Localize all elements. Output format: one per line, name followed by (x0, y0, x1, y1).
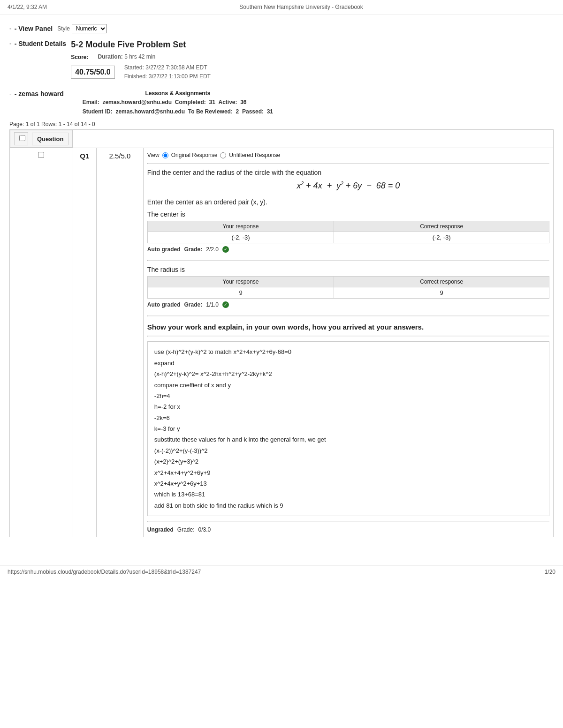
completed-value: 31 (209, 99, 215, 105)
student-id-value: zemas.howard@snhu.edu (115, 108, 185, 115)
enter-center-text: Enter the center as an ordered pair (x, … (147, 198, 549, 206)
student-details-section: - - Student Details 5-2 Module Five Prob… (9, 40, 554, 83)
original-response-label: Original Response (171, 152, 218, 158)
header-checkbox-col (14, 132, 28, 145)
center-grade-value: 2/2.0 (206, 246, 219, 253)
passed-value: 31 (267, 108, 273, 115)
to-be-reviewed-value: 2 (236, 108, 239, 115)
math-equation: x2 + 4x + y2 + 6y − 68 = 0 (147, 181, 549, 191)
finished-row: Finished: 3/27/22 1:13:00 PM EDT (124, 72, 211, 81)
finished-value: 3/27/22 1:13:00 PM EDT (149, 73, 211, 80)
zemas-toggle[interactable]: - (9, 90, 12, 98)
question-header: Question (32, 133, 68, 145)
question-table: Question Q1 2.5/5.0 (9, 129, 554, 537)
radius-grade-label: Grade: (184, 301, 203, 308)
divider-4 (147, 336, 549, 337)
zemas-section: - - zemas howard Lessons & Assignments E… (9, 90, 554, 117)
student-id-label: Student ID: (83, 108, 113, 115)
row-checkbox[interactable] (38, 152, 44, 158)
show-work-label: Show your work and explain, in your own … (147, 323, 549, 331)
score-box: 40.75/50.0 (71, 66, 115, 79)
view-label: View (147, 152, 160, 158)
style-select[interactable]: Numeric (72, 24, 107, 33)
student-details-label: - Student Details (15, 40, 66, 47)
started-value: 3/27/22 7:30:58 AM EDT (145, 64, 207, 71)
top-bar: 4/1/22, 9:32 AM Southern New Hampshire U… (0, 0, 563, 15)
time-info-block: Started: 3/27/22 7:30:58 AM EDT Finished… (124, 63, 211, 81)
table-header-row: Question (10, 130, 73, 148)
lessons-block: Lessons & Assignments Email: zemas.howar… (83, 90, 273, 117)
view-panel-header: - - View Panel Style Numeric (9, 24, 554, 33)
center-your-response-header: Your response (147, 221, 334, 232)
divider-1 (147, 163, 549, 164)
radius-grade-row: Auto graded Grade: 1/1.0 ✓ (147, 301, 549, 308)
center-response-table: Your response Correct response (-2, -3) … (147, 221, 549, 243)
divider-2 (147, 260, 549, 261)
ungraded-label: Ungraded (147, 526, 174, 533)
to-be-reviewed-label: To Be Reviewed: (188, 108, 233, 115)
radius-auto-graded: Auto graded (147, 301, 181, 308)
view-panel-toggle[interactable]: - (9, 25, 12, 32)
center-check-icon: ✓ (222, 246, 229, 253)
view-panel-label: - View Panel (15, 25, 53, 32)
email-label: Email: (83, 99, 99, 105)
module-title: 5-2 Module Five Problem Set (71, 40, 211, 50)
ungraded-row: Ungraded Grade: 0/3.0 (147, 526, 549, 533)
zemas-label: - zemas howard (15, 90, 64, 98)
question-text: Find the center and the radius of the ci… (147, 169, 549, 176)
duration-label: Duration: (98, 53, 123, 60)
question-number-col: Q1 (73, 148, 96, 537)
question-number: Q1 (80, 152, 89, 160)
started-row: Started: 3/27/22 7:30:58 AM EDT (124, 63, 211, 72)
radius-your-response-header: Your response (147, 277, 334, 287)
active-value: 36 (240, 99, 246, 105)
center-grade-row: Auto graded Grade: 2/2.0 ✓ (147, 246, 549, 253)
zemas-header: - - zemas howard Lessons & Assignments E… (9, 90, 554, 117)
radius-check-icon: ✓ (222, 301, 229, 308)
center-grade-label: Grade: (184, 246, 203, 253)
ungraded-grade-value: 0/3.0 (198, 526, 211, 533)
unfiltered-response-radio[interactable] (220, 152, 226, 158)
center-your-response: (-2, -3) (147, 232, 334, 243)
divider-3 (147, 315, 549, 316)
radius-grade-value: 1/1.0 (206, 301, 219, 308)
main-content: - - View Panel Style Numeric - - Student… (0, 15, 563, 556)
select-all-checkbox[interactable] (19, 135, 25, 141)
duration-block: Duration: 5 hrs 42 min (98, 53, 156, 61)
response-radio-row: View Original Response Unfiltered Respon… (147, 152, 549, 158)
completed-label: Completed: (175, 99, 206, 105)
radius-response-table: Your response Correct response 9 9 (147, 276, 549, 299)
bottom-page-num: 1/20 (545, 569, 555, 575)
center-label: The center is (147, 210, 549, 218)
score-row: Score: Duration: 5 hrs 42 min (71, 53, 211, 61)
duration-value: 5 hrs 42 min (124, 53, 155, 60)
center-auto-graded: Auto graded (147, 246, 181, 253)
started-label: Started: (124, 64, 144, 71)
page-info: Page: 1 of 1 Rows: 1 - 14 of 14 - 0 (9, 121, 554, 128)
email-row: Email: zemas.howard@snhu.edu Completed: … (83, 98, 273, 107)
student-details-header: - - Student Details 5-2 Module Five Prob… (9, 40, 554, 83)
row-checkbox-col (10, 148, 73, 537)
score-value-row: 40.75/50.0 Started: 3/27/22 7:30:58 AM E… (71, 63, 211, 81)
datetime: 4/1/22, 9:32 AM (8, 4, 47, 10)
center-correct-response: (-2, -3) (334, 232, 549, 243)
question-score: 2.5/5.0 (109, 152, 130, 160)
center-correct-response-header: Correct response (334, 221, 549, 232)
question-content-col: View Original Response Unfiltered Respon… (143, 148, 553, 537)
passed-label: Passed: (242, 108, 264, 115)
bottom-url: https://snhu.mobius.cloud/gradebook/Deta… (8, 569, 201, 575)
email-value: zemas.howard@snhu.edu (102, 99, 172, 105)
student-details-toggle[interactable]: - (9, 40, 12, 47)
active-label: Active: (219, 99, 237, 105)
radius-label: The radius is (147, 266, 549, 273)
finished-label: Finished: (124, 73, 147, 80)
table-row: Q1 2.5/5.0 View Original Response Unfilt… (10, 148, 554, 537)
module-info-block: 5-2 Module Five Problem Set Score: Durat… (71, 40, 211, 83)
bottom-bar: https://snhu.mobius.cloud/gradebook/Deta… (0, 565, 563, 578)
ungraded-grade-label: Grade: (177, 526, 195, 533)
student-id-row: Student ID: zemas.howard@snhu.edu To Be … (83, 107, 273, 116)
radius-correct-response-header: Correct response (334, 277, 549, 287)
page-title: Southern New Hampshire University - Grad… (239, 4, 363, 10)
original-response-radio[interactable] (162, 152, 168, 158)
unfiltered-response-label: Unfiltered Response (229, 152, 280, 158)
